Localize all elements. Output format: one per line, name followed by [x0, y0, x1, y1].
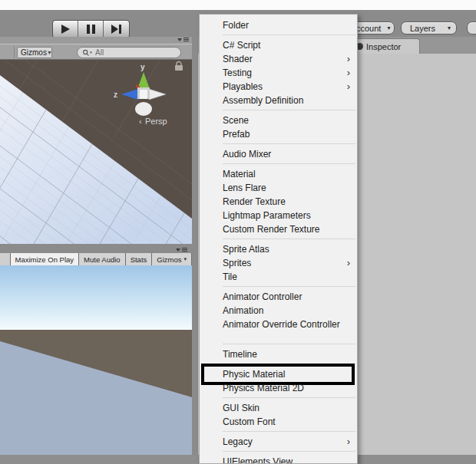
menu-item-label: Scene [223, 115, 249, 126]
chevron-down-icon: ▼ [47, 50, 52, 55]
menu-item-label: Render Texture [223, 196, 286, 207]
menu-item-label: C# Script [223, 40, 260, 51]
menu-item-assembly-definition[interactable]: Assembly Definition [200, 94, 357, 107]
game-toolbar-maximize-on-play-button[interactable]: Maximize On Play [11, 253, 80, 265]
persp-label[interactable]: Persp [145, 117, 167, 126]
submenu-arrow-icon: › [347, 66, 350, 80]
game-pane-menu-icon[interactable] [176, 248, 187, 252]
menu-item-lens-flare[interactable]: Lens Flare [200, 181, 357, 195]
pane-divider[interactable] [0, 244, 192, 253]
button-label: Mute Audio [84, 255, 121, 264]
menu-item-animator-controller[interactable]: Animator Controller [200, 290, 357, 304]
layers-button[interactable]: Layers ▾ [401, 21, 457, 35]
axis-z-label: z [114, 90, 117, 99]
menu-item-label: Prefab [223, 129, 250, 140]
step-button[interactable] [104, 21, 129, 38]
step-icon [111, 25, 121, 34]
menu-item-shader[interactable]: Shader› [200, 52, 357, 66]
chevron-down-icon: ▾ [183, 256, 187, 262]
menu-item-audio-mixer[interactable]: Audio Mixer [200, 147, 357, 161]
menu-item-physics-material-2d[interactable]: Physics Material 2D [200, 381, 357, 395]
menu-item-legacy[interactable]: Legacy› [200, 435, 357, 449]
menu-separator [223, 431, 355, 432]
menu-item-label: Shader [223, 54, 253, 64]
menu-item-c-script[interactable]: C# Script [200, 38, 357, 52]
menu-item-scene[interactable]: Scene [200, 114, 357, 127]
game-toolbar-partial-button[interactable] [0, 253, 11, 265]
gizmo-sphere[interactable] [135, 102, 152, 116]
scene-gizmos-button[interactable]: Gizmos ▼ [17, 47, 52, 58]
menu-item-timeline[interactable]: Timeline [200, 347, 357, 361]
submenu-arrow-icon: › [347, 80, 350, 94]
tab-inspector[interactable]: Inspector [349, 38, 420, 54]
playback-controls [52, 20, 130, 38]
menu-item-uielements-view[interactable]: UIElements View [200, 455, 357, 464]
pause-icon [87, 25, 95, 34]
scene-search-input[interactable] [95, 48, 176, 57]
menu-item-sprites[interactable]: Sprites› [200, 256, 357, 270]
menu-item-custom-render-texture[interactable]: Custom Render Texture [200, 222, 357, 236]
menu-separator [223, 286, 355, 287]
menu-item-sprite-atlas[interactable]: Sprite Atlas [200, 242, 357, 256]
menu-item-label: Physics Material 2D [223, 383, 304, 393]
menu-item-playables[interactable]: Playables› [200, 80, 357, 94]
game-toolbar: Maximize On PlayMute AudioStatsGizmos▾ [0, 253, 192, 265]
play-button[interactable] [53, 21, 78, 38]
menu-item-label: UIElements View [223, 456, 293, 464]
menu-item-material[interactable]: Material [200, 167, 357, 181]
layers-button-label: Layers [410, 24, 435, 33]
menu-item-label: Sprite Atlas [223, 244, 269, 255]
menu-item-animator-override-controller[interactable]: Animator Override Controller [200, 318, 357, 331]
scene-pane-menu-icon[interactable] [177, 38, 189, 41]
menu-item-label: Physic Material [223, 369, 285, 380]
menu-item-physic-material[interactable]: Physic Material [200, 367, 357, 381]
menu-item-prefab[interactable]: Prefab [200, 127, 357, 141]
menu-item-testing[interactable]: Testing› [200, 66, 357, 80]
game-toolbar-stats-button[interactable]: Stats [126, 253, 153, 265]
scene-pane-header [0, 37, 192, 44]
menu-item-custom-font[interactable]: Custom Font [200, 415, 357, 429]
menu-separator [223, 143, 355, 144]
menu-item-label: GUI Skin [223, 403, 259, 413]
scene-search-field[interactable] [77, 47, 181, 58]
menu-separator [223, 35, 355, 35]
account-button-label: ccount [356, 24, 381, 33]
menu-separator [223, 163, 355, 164]
button-label: Stats [131, 255, 147, 264]
game-sky [0, 265, 192, 330]
button-label: Gizmos [157, 255, 181, 264]
menu-item-render-texture[interactable]: Render Texture [200, 195, 357, 209]
scene-view[interactable]: y z ‹ Persp [0, 60, 192, 244]
menu-item-gui-skin[interactable]: GUI Skin [200, 401, 357, 415]
menu-item-label: Testing [223, 67, 252, 78]
menu-item-label: Legacy [223, 436, 253, 447]
menu-separator [223, 397, 355, 398]
menu-item-animation[interactable]: Animation [200, 304, 357, 318]
search-icon [82, 49, 93, 57]
gizmos-button-label: Gizmos [21, 48, 47, 57]
window-top-strip [0, 0, 476, 10]
menu-item-tile[interactable]: Tile [200, 270, 357, 284]
menu-item-label: Folder [223, 20, 249, 31]
pause-button[interactable] [78, 21, 104, 38]
game-toolbar-gizmos-button[interactable]: Gizmos▾ [152, 253, 192, 265]
menu-item-label: Animator Controller [223, 291, 302, 302]
menu-item-label: Playables [223, 81, 263, 92]
menu-separator [223, 239, 355, 239]
game-toolbar-buttons: Maximize On PlayMute AudioStatsGizmos▾ [11, 253, 192, 265]
menu-item-label: Animation [223, 305, 263, 316]
menu-separator [223, 344, 355, 344]
left-pane-region: Gizmos ▼ [0, 37, 198, 464]
game-view[interactable] [0, 265, 192, 455]
create-asset-context-menu: FolderC# ScriptShader›Testing›Playables›… [199, 14, 358, 464]
layout-button-partial[interactable] [467, 21, 476, 35]
submenu-arrow-icon: › [347, 52, 350, 66]
menu-item-label: Timeline [223, 349, 257, 360]
play-icon [61, 25, 70, 34]
game-toolbar-mute-audio-button[interactable]: Mute Audio [79, 253, 126, 265]
menu-item-folder[interactable]: Folder [200, 18, 357, 32]
chevron-down-icon: ▾ [387, 25, 390, 31]
menu-item-lightmap-parameters[interactable]: Lightmap Parameters [200, 209, 357, 222]
menu-item-label: Custom Render Texture [223, 224, 320, 235]
menu-item-label: Lightmap Parameters [223, 210, 311, 221]
